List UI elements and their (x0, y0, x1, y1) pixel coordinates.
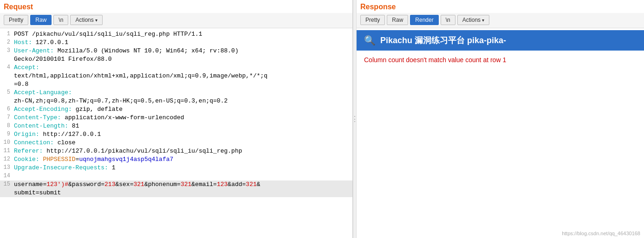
response-actions-btn[interactable]: Actions ▾ (457, 15, 489, 25)
response-toolbar: Pretty Raw Render \n Actions ▾ (357, 13, 644, 28)
line-row: =0.8 (0, 80, 352, 89)
line-content: Referer: http://127.0.0.1/pikachu/vul/sq… (14, 147, 351, 155)
line-number: 13 (2, 164, 10, 171)
render-banner-text: Pikachu 漏洞练习平台 pika-pika- (380, 35, 506, 46)
watermark: https://blog.csdn.net/qq_46430168 (562, 231, 640, 236)
response-raw-btn[interactable]: Raw (387, 15, 408, 25)
line-content: Host: 127.0.0.1 (14, 39, 351, 47)
line-content: Content-Type: application/x-www-form-url… (14, 114, 351, 122)
line-row: 3 User-Agent: Mozilla/5.0 (Windows NT 10… (0, 47, 352, 55)
line-row: 5 Accept-Language: (0, 89, 352, 97)
line-number (2, 55, 10, 56)
request-panel: Request Pretty Raw \n Actions ▾ 1 POST /… (0, 0, 353, 238)
render-error-text: Column count doesn't match value count a… (357, 51, 644, 69)
line-row: 6 Accept-Encoding: gzip, deflate (0, 105, 352, 114)
line-number: 6 (2, 105, 10, 112)
line-content: Accept-Encoding: gzip, deflate (14, 105, 351, 114)
response-panel: Response Pretty Raw Render \n Actions ▾ … (357, 0, 644, 238)
response-render-btn[interactable]: Render (410, 15, 438, 25)
line-number: 4 (2, 64, 10, 71)
line-row: 8 Content-Length: 81 (0, 122, 352, 130)
line-content: Gecko/20100101 Firefox/88.0 (14, 55, 351, 64)
line-content: username=123')#&password=213&sex=321&pho… (14, 180, 351, 189)
line-content: Origin: http://127.0.0.1 (14, 130, 351, 139)
line-row: 12 Cookie: PHPSESSID=uqnojmahgsvq1j4asp5… (0, 155, 352, 164)
response-pretty-btn[interactable]: Pretty (360, 15, 385, 25)
line-number (2, 80, 10, 81)
request-newline-btn[interactable]: \n (53, 15, 68, 25)
line-row: 14 (0, 172, 352, 180)
line-number: 15 (2, 180, 10, 187)
line-number: 11 (2, 147, 10, 154)
line-row: 1 POST /pikachu/vul/sqli/sqli_iu/sqli_re… (0, 30, 352, 39)
line-row: 11 Referer: http://127.0.0.1/pikachu/vul… (0, 147, 352, 155)
line-row: 10 Connection: close (0, 139, 352, 147)
line-number: 9 (2, 130, 10, 137)
line-row: 7 Content-Type: application/x-www-form-u… (0, 114, 352, 122)
line-number: 14 (2, 172, 10, 179)
line-row: 2 Host: 127.0.0.1 (0, 39, 352, 47)
line-row: Gecko/20100101 Firefox/88.0 (0, 55, 352, 64)
response-title: Response (357, 0, 644, 13)
line-number: 5 (2, 89, 10, 96)
request-content[interactable]: 1 POST /pikachu/vul/sqli/sqli_iu/sqli_re… (0, 28, 352, 238)
line-content: Cookie: PHPSESSID=uqnojmahgsvq1j4asp5q4l… (14, 155, 351, 164)
request-pretty-btn[interactable]: Pretty (4, 15, 28, 25)
line-row: 4 Accept: (0, 64, 352, 72)
response-newline-btn[interactable]: \n (441, 15, 455, 25)
line-content: Upgrade-Insecure-Requests: 1 (14, 164, 351, 172)
line-row-highlighted: 15 username=123')#&password=213&sex=321&… (0, 180, 352, 189)
line-content: Accept-Language: (14, 89, 351, 97)
render-banner: 🔍 Pikachu 漏洞练习平台 pika-pika- (357, 30, 644, 51)
line-number: 2 (2, 39, 10, 45)
line-content: Connection: close (14, 139, 351, 147)
line-content: Accept: (14, 64, 351, 72)
line-number: 7 (2, 114, 10, 121)
line-number: 10 (2, 139, 10, 146)
line-content: zh-CN,zh;q=0.8,zh-TW;q=0.7,zh-HK;q=0.5,e… (14, 97, 351, 105)
line-number: 12 (2, 155, 10, 162)
line-row: zh-CN,zh;q=0.8,zh-TW;q=0.7,zh-HK;q=0.5,e… (0, 97, 352, 105)
line-number (2, 72, 10, 72)
line-number (2, 97, 10, 97)
line-number: 3 (2, 47, 10, 54)
line-row: text/html,application/xhtml+xml,applicat… (0, 72, 352, 80)
line-number: 1 (2, 30, 10, 37)
search-icon: 🔍 (364, 35, 376, 46)
line-content: submit=submit (14, 189, 351, 197)
response-content[interactable]: 🔍 Pikachu 漏洞练习平台 pika-pika- Column count… (357, 28, 644, 238)
panel-divider[interactable] (353, 0, 357, 238)
line-number: 8 (2, 122, 10, 129)
line-content: POST /pikachu/vul/sqli/sqli_iu/sqli_reg.… (14, 30, 351, 39)
chevron-down-icon: ▾ (95, 18, 98, 23)
chevron-down-icon: ▾ (482, 18, 484, 23)
line-content: text/html,application/xhtml+xml,applicat… (14, 72, 351, 80)
request-title: Request (0, 0, 352, 13)
line-row: 13 Upgrade-Insecure-Requests: 1 (0, 164, 352, 172)
line-content: =0.8 (14, 80, 351, 89)
request-actions-btn[interactable]: Actions ▾ (70, 15, 102, 25)
request-raw-btn[interactable]: Raw (30, 15, 52, 25)
line-content: User-Agent: Mozilla/5.0 (Windows NT 10.0… (14, 47, 351, 55)
line-number (2, 189, 10, 189)
line-row: 9 Origin: http://127.0.0.1 (0, 130, 352, 139)
line-row-highlighted: submit=submit (0, 189, 352, 197)
request-toolbar: Pretty Raw \n Actions ▾ (0, 13, 352, 28)
line-content: Content-Length: 81 (14, 122, 351, 130)
